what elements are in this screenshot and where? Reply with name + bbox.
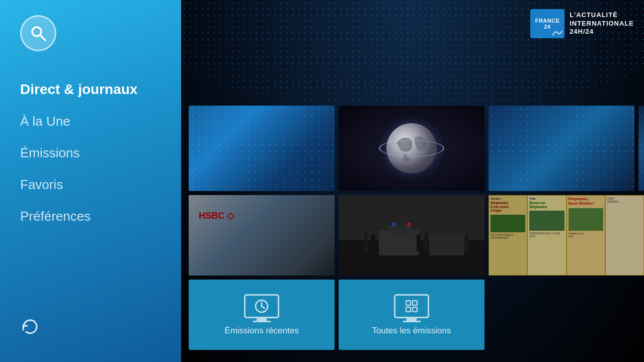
grid-cell-police[interactable] <box>339 195 485 276</box>
globe-ring <box>379 140 444 157</box>
logo-text: FRANCE 24 <box>535 18 560 30</box>
hsbc-logo: HSBC ◇ <box>199 210 234 221</box>
newspaper-col-4: COPAVENCER... <box>605 195 644 276</box>
svg-point-8 <box>407 222 411 226</box>
emissions-recentes-label: Émissions récentes <box>224 326 298 336</box>
svg-line-1 <box>40 35 45 40</box>
grid-cell-world-map-1[interactable] <box>189 106 335 191</box>
search-icon <box>29 24 47 42</box>
nav-menu: Direct & journaux À la Une Émissions Fav… <box>20 81 161 317</box>
svg-rect-17 <box>406 301 411 305</box>
thumbnail-globe <box>339 106 485 191</box>
newspaper-col-3: Éléphants,Deux Étoiles! vainqueur surmoi… <box>567 195 605 276</box>
tagline-line1: L'ACTUALITÉ <box>570 11 634 20</box>
main-content: FRANCE 24 L'ACTUALITÉ INTERNATIONALE 24H… <box>181 0 644 362</box>
sidebar-item-alaune[interactable]: À la Une <box>20 114 161 129</box>
france24-logo: FRANCE 24 <box>530 9 565 38</box>
svg-rect-18 <box>413 301 417 305</box>
thumbnail-newspaper: abidjan Éléphants!C'est notreCoupe DES C… <box>489 195 644 276</box>
newspaper-col-2: Yoie Bravo lesÉléphants! VAINQUEURS DE L… <box>527 195 566 276</box>
map-dots-3 <box>638 106 644 191</box>
sidebar-item-emissions[interactable]: Émissions <box>20 145 161 161</box>
thumbnail-news-map <box>489 106 634 191</box>
grid-cell-hsbc[interactable]: HSBC ◇ <box>189 195 335 276</box>
refresh-icon <box>21 318 39 336</box>
tagline-line2: INTERNATIONALE <box>570 20 634 28</box>
hsbc-building <box>189 195 335 276</box>
logo-area: FRANCE 24 L'ACTUALITÉ INTERNATIONALE 24H… <box>530 9 634 38</box>
grid-cell-newspaper[interactable]: abidjan Éléphants!C'est notreCoupe DES C… <box>489 195 644 276</box>
grid-cell-partial-1[interactable] <box>638 106 644 191</box>
svg-line-16 <box>262 306 265 308</box>
logo-swirl <box>552 29 563 36</box>
grid-cell-toutes-emissions[interactable]: Toutes les émissions <box>339 280 485 350</box>
sidebar-item-preferences[interactable]: Préférences <box>20 209 161 224</box>
thumbnail-police <box>339 195 485 276</box>
thumbnail-world-map-1 <box>189 106 335 191</box>
tagline-line3: 24H/24 <box>570 28 634 36</box>
monitor-base-2 <box>403 321 421 322</box>
grid-icon <box>404 298 420 314</box>
monitor-body-2 <box>394 294 429 318</box>
refresh-button[interactable] <box>20 317 40 337</box>
newspaper-col-1: abidjan Éléphants!C'est notreCoupe DES C… <box>489 195 527 276</box>
grid-cell-world-map-2[interactable] <box>489 106 634 191</box>
grid-cell-emissions-recentes[interactable]: Émissions récentes <box>189 280 335 350</box>
map-dots-1 <box>189 106 335 191</box>
map-dots-2 <box>489 106 634 191</box>
svg-rect-9 <box>364 233 368 253</box>
svg-rect-11 <box>424 231 428 252</box>
monitor-body-1 <box>244 294 279 318</box>
grid-cell-globe[interactable] <box>339 106 485 191</box>
thumbnail-partial-1 <box>638 106 644 191</box>
svg-rect-6 <box>429 235 464 255</box>
logo-tagline: L'ACTUALITÉ INTERNATIONALE 24H/24 <box>570 11 634 37</box>
svg-point-7 <box>392 222 396 226</box>
svg-rect-13 <box>464 234 468 252</box>
toutes-emissions-icon <box>394 294 429 322</box>
police-scene <box>339 195 485 276</box>
svg-rect-19 <box>406 307 411 312</box>
svg-rect-5 <box>389 225 412 235</box>
svg-rect-10 <box>371 234 375 253</box>
sidebar-item-direct[interactable]: Direct & journaux <box>20 81 161 98</box>
thumbnail-hsbc: HSBC ◇ <box>189 195 335 276</box>
sidebar-item-favoris[interactable]: Favoris <box>20 177 161 193</box>
search-button[interactable] <box>20 15 56 51</box>
svg-rect-12 <box>417 234 421 252</box>
monitor-base-1 <box>253 321 271 322</box>
sidebar: Direct & journaux À la Une Émissions Fav… <box>0 0 181 362</box>
content-grid: HSBC ◇ <box>189 106 644 362</box>
clock-icon <box>254 298 270 314</box>
toutes-emissions-label: Toutes les émissions <box>372 326 451 336</box>
svg-rect-20 <box>413 307 417 312</box>
emissions-recentes-icon <box>244 294 279 322</box>
